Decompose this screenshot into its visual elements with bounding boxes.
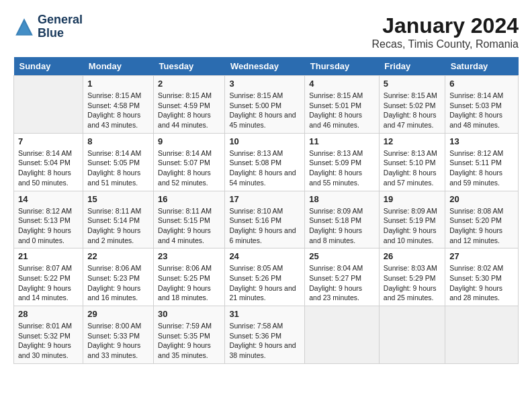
calendar-cell	[14, 76, 83, 134]
calendar-table: SundayMondayTuesdayWednesdayThursdayFrid…	[13, 57, 519, 364]
day-info: Sunrise: 7:58 AMSunset: 5:36 PMDaylight:…	[229, 321, 300, 361]
header-sunday: Sunday	[14, 57, 83, 76]
day-number: 31	[229, 309, 300, 319]
calendar-week-4: 21Sunrise: 8:07 AMSunset: 5:22 PMDayligh…	[14, 248, 519, 306]
calendar-cell	[379, 306, 445, 364]
calendar-cell: 24Sunrise: 8:05 AMSunset: 5:26 PMDayligh…	[225, 248, 305, 306]
day-number: 3	[229, 79, 300, 89]
day-number: 26	[384, 251, 441, 261]
header-friday: Friday	[379, 57, 445, 76]
day-number: 16	[158, 194, 220, 204]
calendar-cell: 7Sunrise: 8:14 AMSunset: 5:04 PMDaylight…	[14, 133, 83, 191]
calendar-cell: 15Sunrise: 8:11 AMSunset: 5:14 PMDayligh…	[83, 191, 154, 248]
day-number: 14	[18, 194, 79, 204]
title-block: January 2024 Recas, Timis County, Romani…	[372, 13, 519, 50]
header-tuesday: Tuesday	[154, 57, 225, 76]
calendar-cell: 18Sunrise: 8:09 AMSunset: 5:18 PMDayligh…	[305, 191, 380, 248]
page-subtitle: Recas, Timis County, Romania	[372, 38, 519, 50]
day-info: Sunrise: 8:07 AMSunset: 5:22 PMDaylight:…	[18, 263, 79, 303]
day-number: 10	[229, 136, 300, 146]
calendar-cell: 21Sunrise: 8:07 AMSunset: 5:22 PMDayligh…	[14, 248, 83, 306]
day-number: 21	[18, 251, 79, 261]
calendar-cell: 30Sunrise: 7:59 AMSunset: 5:35 PMDayligh…	[154, 306, 225, 364]
calendar-week-3: 14Sunrise: 8:12 AMSunset: 5:13 PMDayligh…	[14, 191, 519, 248]
day-number: 1	[87, 79, 149, 89]
day-number: 5	[384, 79, 441, 89]
day-info: Sunrise: 8:02 AMSunset: 5:30 PMDaylight:…	[449, 263, 514, 303]
calendar-cell: 17Sunrise: 8:10 AMSunset: 5:16 PMDayligh…	[225, 191, 305, 248]
day-number: 6	[449, 79, 514, 89]
day-info: Sunrise: 7:59 AMSunset: 5:35 PMDaylight:…	[158, 321, 220, 361]
calendar-cell: 19Sunrise: 8:09 AMSunset: 5:19 PMDayligh…	[379, 191, 445, 248]
calendar-cell: 2Sunrise: 8:15 AMSunset: 4:59 PMDaylight…	[154, 76, 225, 134]
day-info: Sunrise: 8:14 AMSunset: 5:04 PMDaylight:…	[18, 148, 79, 188]
page-title: January 2024	[372, 13, 519, 38]
day-info: Sunrise: 8:13 AMSunset: 5:10 PMDaylight:…	[384, 148, 441, 188]
day-info: Sunrise: 8:09 AMSunset: 5:18 PMDaylight:…	[309, 206, 375, 246]
day-number: 23	[158, 251, 220, 261]
day-info: Sunrise: 8:09 AMSunset: 5:19 PMDaylight:…	[384, 206, 441, 246]
calendar-cell: 31Sunrise: 7:58 AMSunset: 5:36 PMDayligh…	[225, 306, 305, 364]
calendar-cell: 14Sunrise: 8:12 AMSunset: 5:13 PMDayligh…	[14, 191, 83, 248]
calendar-cell: 23Sunrise: 8:06 AMSunset: 5:25 PMDayligh…	[154, 248, 225, 306]
calendar-cell: 12Sunrise: 8:13 AMSunset: 5:10 PMDayligh…	[379, 133, 445, 191]
day-info: Sunrise: 8:15 AMSunset: 5:00 PMDaylight:…	[229, 91, 300, 130]
day-number: 20	[449, 194, 514, 204]
calendar-week-5: 28Sunrise: 8:01 AMSunset: 5:32 PMDayligh…	[14, 306, 519, 364]
day-info: Sunrise: 8:15 AMSunset: 4:58 PMDaylight:…	[87, 91, 149, 130]
day-number: 9	[158, 136, 220, 146]
calendar-cell: 4Sunrise: 8:15 AMSunset: 5:01 PMDaylight…	[305, 76, 380, 134]
calendar-cell: 1Sunrise: 8:15 AMSunset: 4:58 PMDaylight…	[83, 76, 154, 134]
day-info: Sunrise: 8:14 AMSunset: 5:03 PMDaylight:…	[449, 91, 514, 130]
calendar-week-2: 7Sunrise: 8:14 AMSunset: 5:04 PMDaylight…	[14, 133, 519, 191]
day-info: Sunrise: 8:00 AMSunset: 5:33 PMDaylight:…	[87, 321, 149, 361]
day-info: Sunrise: 8:04 AMSunset: 5:27 PMDaylight:…	[309, 263, 375, 303]
logo-line2: Blue	[38, 27, 83, 40]
calendar-cell: 16Sunrise: 8:11 AMSunset: 5:15 PMDayligh…	[154, 191, 225, 248]
calendar-cell: 9Sunrise: 8:14 AMSunset: 5:07 PMDaylight…	[154, 133, 225, 191]
calendar-cell: 10Sunrise: 8:13 AMSunset: 5:08 PMDayligh…	[225, 133, 305, 191]
calendar-cell	[445, 306, 519, 364]
day-number: 15	[87, 194, 149, 204]
header-thursday: Thursday	[305, 57, 380, 76]
calendar-week-1: 1Sunrise: 8:15 AMSunset: 4:58 PMDaylight…	[14, 76, 519, 134]
calendar-cell: 13Sunrise: 8:12 AMSunset: 5:11 PMDayligh…	[445, 133, 519, 191]
day-info: Sunrise: 8:10 AMSunset: 5:16 PMDaylight:…	[229, 206, 300, 246]
day-info: Sunrise: 8:13 AMSunset: 5:09 PMDaylight:…	[309, 148, 375, 188]
logo-icon	[13, 16, 35, 38]
page-header: General Blue January 2024 Recas, Timis C…	[13, 13, 519, 50]
day-number: 12	[384, 136, 441, 146]
calendar-cell: 28Sunrise: 8:01 AMSunset: 5:32 PMDayligh…	[14, 306, 83, 364]
day-number: 8	[87, 136, 149, 146]
calendar-cell: 11Sunrise: 8:13 AMSunset: 5:09 PMDayligh…	[305, 133, 380, 191]
day-number: 17	[229, 194, 300, 204]
day-number: 2	[158, 79, 220, 89]
header-saturday: Saturday	[445, 57, 519, 76]
calendar-header-row: SundayMondayTuesdayWednesdayThursdayFrid…	[14, 57, 519, 76]
header-wednesday: Wednesday	[225, 57, 305, 76]
logo-line1: General	[38, 13, 83, 27]
day-info: Sunrise: 8:14 AMSunset: 5:05 PMDaylight:…	[87, 148, 149, 188]
day-info: Sunrise: 8:15 AMSunset: 4:59 PMDaylight:…	[158, 91, 220, 130]
day-info: Sunrise: 8:05 AMSunset: 5:26 PMDaylight:…	[229, 263, 300, 303]
day-info: Sunrise: 8:12 AMSunset: 5:11 PMDaylight:…	[449, 148, 514, 188]
day-number: 27	[449, 251, 514, 261]
calendar-cell: 6Sunrise: 8:14 AMSunset: 5:03 PMDaylight…	[445, 76, 519, 134]
calendar-cell: 29Sunrise: 8:00 AMSunset: 5:33 PMDayligh…	[83, 306, 154, 364]
day-number: 25	[309, 251, 375, 261]
day-number: 24	[229, 251, 300, 261]
day-info: Sunrise: 8:08 AMSunset: 5:20 PMDaylight:…	[449, 206, 514, 246]
day-info: Sunrise: 8:11 AMSunset: 5:14 PMDaylight:…	[87, 206, 149, 246]
day-number: 11	[309, 136, 375, 146]
calendar-cell: 25Sunrise: 8:04 AMSunset: 5:27 PMDayligh…	[305, 248, 380, 306]
day-info: Sunrise: 8:01 AMSunset: 5:32 PMDaylight:…	[18, 321, 79, 361]
calendar-cell: 26Sunrise: 8:03 AMSunset: 5:29 PMDayligh…	[379, 248, 445, 306]
calendar-cell: 27Sunrise: 8:02 AMSunset: 5:30 PMDayligh…	[445, 248, 519, 306]
day-number: 29	[87, 309, 149, 319]
day-number: 22	[87, 251, 149, 261]
day-number: 30	[158, 309, 220, 319]
day-info: Sunrise: 8:14 AMSunset: 5:07 PMDaylight:…	[158, 148, 220, 188]
calendar-cell: 8Sunrise: 8:14 AMSunset: 5:05 PMDaylight…	[83, 133, 154, 191]
day-number: 4	[309, 79, 375, 89]
day-info: Sunrise: 8:13 AMSunset: 5:08 PMDaylight:…	[229, 148, 300, 188]
